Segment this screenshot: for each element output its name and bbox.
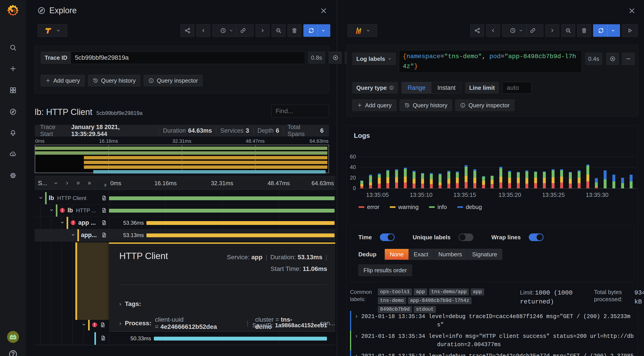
- span-logs-icon[interactable]: [101, 207, 107, 213]
- histogram-bar[interactable]: [621, 178, 624, 188]
- span-row[interactable]: app...53.13ms: [35, 229, 335, 241]
- grafana-logo-icon[interactable]: [6, 4, 20, 18]
- run-query-interval-button[interactable]: [608, 25, 619, 37]
- span-duration-bar[interactable]: [154, 337, 327, 340]
- log-row-debug[interactable]: ›2021-01-18 13:35:34 level=debug traceID…: [350, 311, 635, 331]
- span-expand-icon[interactable]: [49, 208, 54, 213]
- sync-timeranges-button[interactable]: [526, 25, 539, 37]
- histogram-bar[interactable]: [482, 176, 485, 188]
- add-query-button[interactable]: Add query: [352, 99, 396, 111]
- query-history-button[interactable]: Query history: [400, 99, 452, 111]
- sidebar-item-dashboards[interactable]: [0, 82, 26, 98]
- histogram-bar[interactable]: [473, 169, 476, 188]
- span-logs-icon[interactable]: [100, 335, 106, 341]
- span-service-name[interactable]: app ...: [78, 219, 96, 226]
- histogram-bar[interactable]: [612, 175, 615, 188]
- legend-item-info[interactable]: info: [429, 204, 447, 211]
- sidebar-item-configuration[interactable]: [0, 168, 26, 183]
- span-tags-section[interactable]: ›Tags:: [119, 300, 141, 307]
- user-avatar[interactable]: [6, 330, 20, 343]
- time-forward-button[interactable]: [545, 24, 559, 37]
- live-tail-button[interactable]: [622, 24, 638, 37]
- sidebar-item-explore[interactable]: [0, 104, 26, 120]
- histogram-bar[interactable]: [456, 171, 459, 188]
- span-row[interactable]: app ...53.36ms: [35, 217, 335, 229]
- histogram-bar[interactable]: [369, 175, 372, 188]
- add-query-button[interactable]: Add query: [40, 75, 85, 86]
- zoom-out-button[interactable]: [561, 24, 575, 37]
- time-back-button[interactable]: [486, 24, 500, 37]
- time-back-button[interactable]: [196, 24, 210, 37]
- remove-query-button[interactable]: [622, 53, 635, 65]
- sync-timeranges-button[interactable]: [237, 25, 249, 37]
- collapse-one-button[interactable]: [53, 180, 58, 186]
- legend-item-warning[interactable]: warning: [390, 204, 419, 211]
- span-service-name[interactable]: app...: [81, 232, 97, 239]
- dedup-option-numbers[interactable]: Numbers: [433, 249, 467, 260]
- span-expand-icon[interactable]: [71, 232, 76, 237]
- disable-query-button[interactable]: [606, 53, 619, 65]
- span-logs-icon[interactable]: [101, 195, 107, 201]
- histogram-bar[interactable]: [404, 168, 407, 188]
- histogram-bar[interactable]: [595, 178, 598, 188]
- collapse-all-button[interactable]: [76, 180, 81, 186]
- log-row-debug[interactable]: ›2021-01-18 13:35:34 level=debug traceID…: [350, 350, 635, 356]
- histogram-bar[interactable]: [578, 170, 580, 188]
- wrap-lines-toggle[interactable]: [529, 233, 544, 241]
- column-resize-handle-icon[interactable]: [103, 182, 108, 188]
- sidebar-item-cloud-alerts[interactable]: [0, 146, 26, 162]
- clear-all-button[interactable]: [577, 24, 591, 37]
- span-expand-icon[interactable]: [38, 195, 43, 200]
- histogram-bar[interactable]: [630, 175, 632, 188]
- trace-id-input[interactable]: [71, 51, 305, 64]
- span-duration-bar[interactable]: [146, 233, 334, 237]
- share-button[interactable]: [470, 24, 484, 37]
- dedup-option-none[interactable]: None: [385, 249, 408, 260]
- query-type-instant[interactable]: Instant: [431, 82, 461, 93]
- help-icon[interactable]: [8, 349, 18, 356]
- histogram-bar[interactable]: [534, 171, 537, 188]
- histogram-bar[interactable]: [378, 174, 381, 188]
- span-row[interactable]: lbHTTP Client: [35, 192, 335, 204]
- line-limit-input[interactable]: [502, 82, 532, 94]
- log-expand-chevron[interactable]: ›: [355, 332, 358, 349]
- histogram-bar[interactable]: [508, 171, 511, 188]
- histogram-bar[interactable]: [430, 173, 433, 188]
- query-inspector-button[interactable]: Query inspector: [144, 75, 203, 86]
- span-service-name[interactable]: lbHTTP ...: [68, 207, 96, 214]
- histogram-bar[interactable]: [447, 171, 450, 188]
- flip-results-order-button[interactable]: Flip results order: [358, 264, 412, 276]
- log-row-info[interactable]: ›2021-01-18 13:35:34 level=info msg="HTT…: [350, 331, 635, 350]
- time-picker-button[interactable]: [506, 25, 526, 37]
- time-picker-button[interactable]: [217, 25, 236, 37]
- histogram-bar[interactable]: [604, 170, 606, 188]
- share-button[interactable]: [180, 24, 194, 37]
- right-datasource-picker[interactable]: [348, 24, 377, 37]
- query-history-button[interactable]: Query history: [88, 75, 140, 86]
- left-pane-close-button[interactable]: [320, 7, 328, 15]
- histogram-bar[interactable]: [386, 170, 389, 188]
- histogram-bar[interactable]: [499, 167, 502, 188]
- span-row[interactable]: lbHTTP ...: [35, 204, 335, 217]
- expand-all-button[interactable]: [87, 180, 92, 186]
- time-toggle[interactable]: [380, 233, 395, 241]
- histogram-bar[interactable]: [517, 172, 520, 188]
- span-logs-icon[interactable]: [101, 220, 107, 226]
- run-query-interval-button[interactable]: [318, 25, 329, 37]
- log-expand-chevron[interactable]: ›: [355, 312, 358, 329]
- histogram-bar[interactable]: [490, 176, 494, 188]
- trace-find-input[interactable]: [271, 105, 329, 118]
- sidebar-item-alerting[interactable]: [0, 125, 26, 141]
- run-query-button[interactable]: [595, 25, 607, 37]
- span-row[interactable]: 50.33ms: [35, 332, 335, 345]
- span-duration-bar[interactable]: [109, 196, 334, 200]
- dedup-option-signature[interactable]: Signature: [467, 249, 502, 260]
- sidebar-item-create[interactable]: [0, 61, 26, 77]
- histogram-bar[interactable]: [586, 165, 589, 188]
- span-duration-bar[interactable]: [109, 209, 334, 213]
- span-duration-bar[interactable]: [146, 221, 334, 225]
- histogram-bar[interactable]: [412, 171, 416, 188]
- histogram-bar[interactable]: [464, 165, 468, 188]
- zoom-out-button[interactable]: [272, 24, 286, 37]
- run-query-button[interactable]: [305, 25, 318, 37]
